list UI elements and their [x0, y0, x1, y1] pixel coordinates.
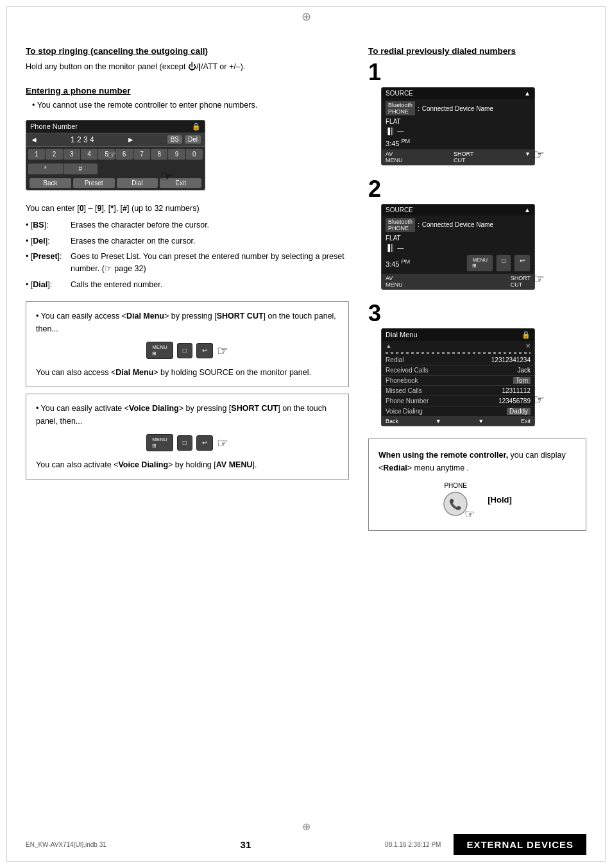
dm-bottom-bar: Back ▼ ▼ Exit — [382, 417, 534, 426]
dm-missed-label: Missed Calls — [386, 387, 422, 394]
ds2-separator: : — [418, 221, 420, 228]
key-1[interactable]: 1 — [28, 149, 45, 160]
key-2[interactable]: 2 — [46, 149, 62, 160]
ds1-time: 3:45 PM — [386, 138, 410, 147]
del-label: • [Del]: — [26, 235, 64, 247]
entering-phone-section: Entering a phone number • You cannot use… — [26, 86, 349, 291]
return-btn-s2[interactable]: ↩ — [514, 255, 531, 272]
return-button-2[interactable]: ↩ — [196, 435, 213, 451]
ds2-av-menu: AVMENU — [386, 275, 403, 288]
key-6[interactable]: 6 — [115, 149, 132, 160]
ds1-flat-label: FLAT — [386, 118, 401, 125]
footer-right-group: 08.1.16 2:38:12 PM EXTERNAL DEVICES — [385, 834, 586, 855]
dm-row-phonebook[interactable]: Phonebook Tom — [382, 376, 534, 386]
dm-row-missed[interactable]: Missed Calls 12311112 — [382, 386, 534, 396]
ds2-short-cut: SHORTCUT — [511, 275, 531, 288]
del-button[interactable]: Del — [185, 135, 201, 144]
remote-phone-container: PHONE 📞 ☞ [Hold] — [378, 481, 576, 521]
dm-back-btn[interactable]: Back — [386, 418, 398, 424]
key-spacer3 — [133, 163, 150, 174]
dm-phone-num-label: Phone Number — [386, 397, 429, 405]
key-star[interactable]: * — [28, 163, 63, 174]
dm-redial-label: Redial — [386, 356, 404, 363]
ds1-arrow-up: ▲ — [524, 90, 531, 97]
bs-desc: Erases the character before the cursor. — [71, 219, 349, 231]
ds1-av-menu: AVMENU — [386, 151, 403, 163]
bs-label: • [BS]: — [26, 219, 64, 231]
dm-row-phone-num[interactable]: Phone Number 123456789 — [382, 396, 534, 406]
can-enter-text: You can enter [0] – [9], [*], [#] (up to… — [26, 204, 349, 213]
hand-cursor-1: ☞ — [217, 340, 228, 361]
display-number: 1 2 3 4 — [71, 135, 94, 144]
ds1-connected-text: Connected Device Name — [422, 105, 493, 112]
signal-icon-1: ▐║ — [386, 128, 395, 135]
ds1-dash: — — [397, 128, 404, 135]
dial-button[interactable]: Dial — [117, 178, 158, 188]
ds2-dash: — — [397, 244, 404, 251]
step-3-dial-container: Dial Menu 🔒 ▲✕ Redial 12312341234 Receiv… — [368, 328, 535, 426]
right-column: To redial previously dialed numbers 1 SO… — [368, 46, 586, 531]
step-1-screen-container: SOURCE ▲ BluetoothPHONE : Connected Devi… — [368, 87, 535, 165]
hand-cursor-step3: ☞ — [533, 392, 545, 407]
key-9[interactable]: 9 — [168, 149, 185, 160]
dm-row-redial[interactable]: Redial 12312341234 — [382, 355, 534, 365]
ds2-signal-row: ▐║ — — [382, 243, 534, 253]
back-button[interactable]: Back — [30, 178, 71, 188]
bs-del-buttons: BS Del — [167, 135, 201, 144]
top-symbol: ⊕ — [302, 10, 311, 23]
key-7[interactable]: 7 — [133, 149, 150, 160]
square-button-1[interactable]: □ — [177, 343, 192, 358]
bottom-symbol: ⊕ — [302, 821, 310, 833]
square-btn-s2[interactable]: □ — [496, 255, 511, 272]
step-2: 2 SOURCE ▲ BluetoothPHONE : Connected De… — [368, 178, 586, 292]
key-hash[interactable]: # — [64, 163, 98, 174]
dm-redial-value: 12312341234 — [491, 356, 531, 363]
dm-exit-btn[interactable]: Exit — [521, 418, 531, 424]
ds1-short-cut: SHORTCUT — [454, 151, 473, 163]
entering-phone-intro: • You cannot use the remote controller t… — [32, 101, 349, 110]
step-1-number: 1 — [368, 61, 586, 84]
key-3[interactable]: 3 — [64, 149, 80, 160]
key-spacer — [98, 163, 115, 174]
menu-button-1[interactable]: MENU⊞ — [146, 342, 173, 359]
phone-ui-container: Phone Number 🔒 ◄ 1 2 3 4 ► BS Del 1 — [26, 113, 205, 197]
square-button-2[interactable]: □ — [177, 435, 192, 451]
dm-row-voice[interactable]: Voice Dialing Daddy — [382, 406, 534, 417]
key-4[interactable]: 4 — [81, 149, 98, 160]
dm-phonebook-label: Phonebook — [386, 377, 418, 384]
step-3-number: 3 — [368, 302, 586, 325]
ds1-flat-row: FLAT — [382, 117, 534, 126]
hand-cursor-2: ☞ — [217, 433, 228, 453]
remote-note-text: When using the remote controller, you ca… — [378, 449, 576, 474]
remote-intro-bold: When using the remote controller, — [378, 451, 508, 460]
ds2-top-bar: SOURCE ▲ — [382, 204, 534, 215]
dm-title-text: Dial Menu — [386, 331, 418, 338]
bullet-del: • [Del]: Erases the character on the cur… — [26, 235, 349, 247]
key-8[interactable]: 8 — [151, 149, 167, 160]
bullet-bs: • [BS]: Erases the character before the … — [26, 219, 349, 231]
ds1-bt-row: BluetoothPHONE : Connected Device Name — [382, 99, 534, 117]
hand-cursor-step1: ☞ — [533, 147, 545, 162]
step-3: 3 Dial Menu 🔒 ▲✕ Redial 12312341234 — [368, 302, 586, 428]
phone-ui-display: ◄ 1 2 3 4 ► BS Del — [26, 133, 205, 147]
step-1-screen: SOURCE ▲ BluetoothPHONE : Connected Devi… — [381, 87, 535, 165]
return-button-1[interactable]: ↩ — [196, 343, 213, 358]
key-5[interactable]: 5 ☞ — [98, 149, 115, 160]
note-box-2: • You can easily activate <Voice Dialing… — [26, 394, 349, 480]
dm-phone-num-value: 123456789 — [498, 397, 531, 405]
preset-button[interactable]: Preset — [73, 178, 115, 188]
dm-phonebook-value: Tom — [513, 377, 531, 384]
menu-btn-s2[interactable]: MENU⊞ — [466, 255, 493, 272]
dm-voice-label: Voice Dialing — [386, 408, 423, 415]
dm-row-received[interactable]: Received Calls Jack — [382, 365, 534, 376]
ds1-bt-label: BluetoothPHONE — [386, 101, 415, 115]
dm-scroll-indicator — [386, 352, 531, 354]
menu-button-2[interactable]: MENU⊞ — [146, 434, 173, 451]
note2-footer: You can also activate <Voice Dialing> by… — [36, 458, 339, 471]
dial-desc: Calls the entered number. — [71, 279, 349, 291]
bs-button[interactable]: BS — [167, 135, 182, 144]
ds2-connected-text: Connected Device Name — [422, 221, 493, 228]
key-0[interactable]: 0 — [186, 149, 203, 160]
redial-heading: To redial previously dialed numbers — [368, 46, 586, 56]
dm-arrow-down: ▼ — [436, 418, 441, 424]
